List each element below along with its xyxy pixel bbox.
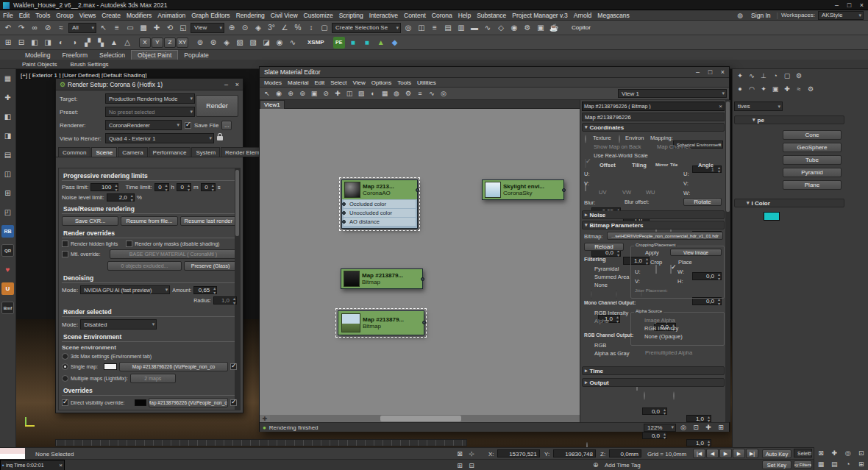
render-map-icon[interactable]: ⚙ [403,88,413,99]
override-map-button[interactable]: Map #2138796226 (VizPeople_non_co [149,398,228,407]
teal-tool-icon[interactable]: ■ [347,37,359,49]
hierarchy-tab-icon[interactable]: ⊥ [758,71,769,81]
unlink-selection-icon[interactable]: ⊘ [42,22,54,34]
zoom-all-icon[interactable]: ▤ [829,459,839,469]
node-canvas[interactable]: View1 Map #213... CoronaAO Occluded colo… [260,100,580,422]
mtl-override-button[interactable]: BASE GREY MATERIAL ( CoronaMtl ) [110,249,237,259]
absolute-mode-icon[interactable]: ⊹ [466,449,477,459]
named-selection-icon[interactable]: ▢ [319,22,330,34]
tool-b-icon[interactable]: ⊛ [207,37,219,49]
menu-item[interactable]: Substance [474,12,509,19]
crop-radio[interactable] [644,391,645,400]
slate-menu-item[interactable]: Select [327,79,349,86]
create-tab-icon[interactable]: ✦ [735,71,745,81]
output-socket[interactable] [422,321,426,324]
axis-constraint-button[interactable]: XY [177,38,188,48]
pick-material-icon[interactable]: ◉ [274,88,284,99]
close-icon[interactable]: × [855,0,868,10]
select-and-link-icon[interactable]: ∞ [29,22,40,34]
y-coordinate-field[interactable]: 19830,748 [553,449,596,457]
snaps-icon[interactable]: ✚ [1,91,14,104]
menu-item[interactable]: Interactive [366,12,401,19]
env-3dsmax-radio[interactable] [62,353,68,360]
time-m-spinner[interactable]: 0 [177,183,191,191]
render-button[interactable]: Render [196,95,238,117]
mtl-override-checkbox[interactable] [62,251,68,257]
node-slot[interactable]: Unoccluded color [344,209,416,217]
spacewarps-icon[interactable]: ≈ [794,84,804,94]
add-time-tag-icon[interactable]: ⊕ [593,461,599,469]
redo-view-icon[interactable]: ⊟ [15,37,27,49]
selection-lock-icon[interactable]: ⊠ [455,449,465,459]
scrollbar-thumb[interactable] [380,416,461,421]
env-single-map-checkbox[interactable] [230,363,237,370]
env-lightmix-radio[interactable] [62,375,68,382]
name-color-rollout[interactable]: l Color [734,199,844,207]
render-only-masks-checkbox[interactable] [126,241,132,247]
time-h-spinner[interactable]: 0 [154,183,169,191]
render-setup-tab[interactable]: Scene [91,147,117,157]
vw-radio[interactable] [616,290,617,299]
ribbon-tab[interactable]: Selection [93,50,131,60]
selected-filter-dropdown[interactable]: Selected [794,449,812,457]
slate-menu-item[interactable]: Utilities [414,79,439,86]
select-object-icon[interactable]: ↖ [98,22,110,34]
primitive-button[interactable]: Plane [783,180,842,190]
selection-center-icon[interactable]: ⊙ [239,22,251,34]
layer-a-icon[interactable]: ◧ [29,37,40,49]
noise-limit-spinner[interactable]: 2,0 [107,193,135,202]
xsmp-toolbar-label[interactable]: XSMP [307,39,324,46]
key-filters-button[interactable]: Key Filters... [794,460,812,469]
bind-to-spacewarp-icon[interactable]: ≈ [55,22,67,34]
close-icon[interactable]: × [59,462,63,469]
primitive-button[interactable]: GeoSphere [783,143,842,152]
pe-plugin-icon[interactable]: PE [333,37,345,49]
copitor-toolbar-label[interactable]: Copitor [572,24,591,31]
tool-4-icon[interactable]: ◫ [1,168,14,180]
blue-tool-icon[interactable]: ◆ [389,37,401,49]
bitmap-path-button[interactable]: ...se\HDRI\VizPeople_non_commercial_hdr_… [607,232,723,240]
preset-dropdown[interactable]: No preset selected [105,107,195,117]
tool-2-icon[interactable]: ◨ [1,129,14,142]
redo-icon[interactable]: ↷ [15,22,27,34]
shade-a-icon[interactable]: ◐ [55,37,67,49]
minimize-icon[interactable]: – [221,79,232,90]
override-map-button[interactable]: Map #2138796226 (VizPeople_non_co [149,410,228,410]
modify-tab-icon[interactable]: ∿ [747,71,757,81]
maximize-icon[interactable]: □ [843,0,855,10]
render-selected-mode-dropdown[interactable]: Disabled [80,319,157,330]
cameras-icon[interactable]: ▣ [770,84,780,94]
tool-a-icon[interactable]: ⊚ [194,37,206,49]
crop-v-spinner[interactable]: 0,0 [642,432,667,439]
node-corona-sky[interactable]: Skylight envi... CoronaSky [482,179,564,200]
save-file-checkbox[interactable] [185,122,191,129]
ribbon-toggle-icon[interactable]: ▬ [469,22,480,34]
pan-icon[interactable]: ✚ [703,422,714,432]
maxscript-mini-listener[interactable] [0,448,25,454]
menu-item[interactable]: Edit [16,12,33,19]
z-coordinate-field[interactable]: 0,0mm [609,449,641,457]
primitive-category-dropdown[interactable]: tives [734,102,783,111]
render-setup-tab[interactable]: Performance [149,147,191,157]
slate-view-tab[interactable]: View1 [260,100,285,109]
renderer-dropdown[interactable]: CoronaRenderer [105,120,182,130]
select-and-scale-icon[interactable]: ◱ [177,22,189,34]
menu-item[interactable]: Scripting [336,12,366,19]
orbit-icon[interactable]: ◔ [843,459,853,469]
ribbon-panel-label[interactable]: Brush Settings [71,61,109,68]
menu-item[interactable]: Arnold [571,12,595,19]
rendered-frame-icon[interactable]: ▣ [535,22,547,34]
pattern-b-icon[interactable]: ▚ [95,37,107,49]
up-icon[interactable]: ▲ [108,37,120,49]
hide-unused-icon[interactable]: ◫ [344,88,355,99]
zoom-in-icon[interactable]: ◎ [678,422,689,432]
down-icon[interactable]: △ [121,37,133,49]
play-icon[interactable]: ▶ [719,449,732,458]
slate-menu-item[interactable]: Material [285,79,311,86]
save-resume-button[interactable]: Resume from file... [121,216,177,226]
input-socket[interactable] [342,202,346,206]
env-single-map-radio[interactable] [62,363,68,370]
node-selector-field[interactable]: Map #2138796226 ( Bitmap ) × [582,102,725,111]
align-icon[interactable]: ≡ [429,22,441,34]
utilities-tab-icon[interactable]: ⚙ [794,71,804,81]
